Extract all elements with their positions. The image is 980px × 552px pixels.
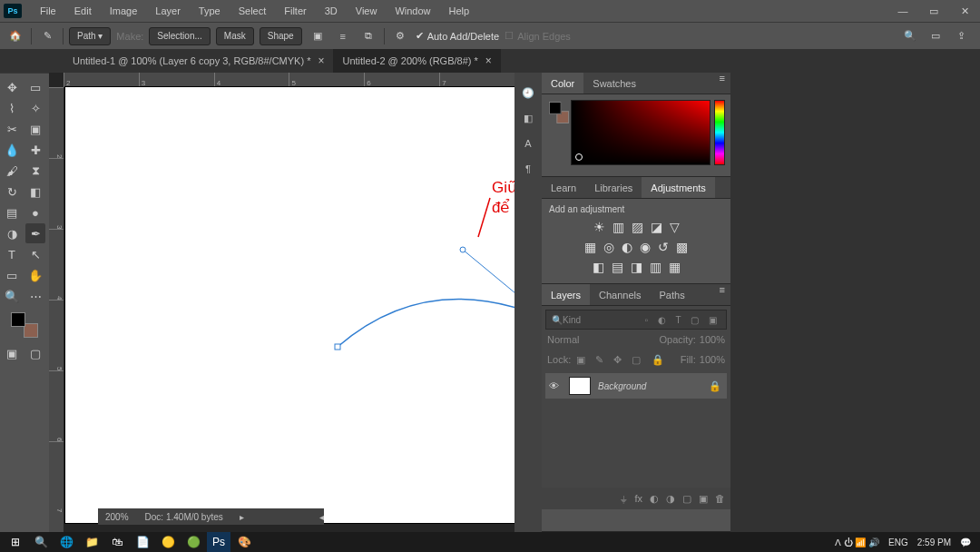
swatches-tab[interactable]: Swatches <box>583 73 645 94</box>
layers-tab[interactable]: Layers <box>542 284 590 305</box>
group-icon[interactable]: ▢ <box>682 493 691 505</box>
color-tab[interactable]: Color <box>542 73 583 94</box>
paragraph-panel-icon[interactable]: ¶ <box>514 156 542 182</box>
color-lookup-icon[interactable]: ▩ <box>676 240 688 254</box>
exposure-icon[interactable]: ◪ <box>651 220 662 234</box>
zoom-tool[interactable]: 🔍 <box>2 286 22 306</box>
stamp-tool[interactable]: ⧗ <box>25 161 45 181</box>
fill-adjust-icon[interactable]: ◑ <box>666 493 675 505</box>
color-ramp[interactable] <box>571 100 710 165</box>
app3-icon[interactable]: 🎨 <box>232 532 256 552</box>
menu-view[interactable]: View <box>347 0 387 22</box>
doc-info[interactable]: Doc: 1.40M/0 bytes <box>145 512 223 522</box>
gradient-map-icon[interactable]: ▥ <box>650 260 662 274</box>
dodge-tool[interactable]: ◑ <box>2 223 22 243</box>
hand-tool[interactable]: ✋ <box>25 265 45 285</box>
document-tab-1[interactable]: Untitled-1 @ 100% (Layer 6 copy 3, RGB/8… <box>64 49 333 73</box>
menu-select[interactable]: Select <box>230 0 276 22</box>
panel-menu-icon[interactable]: ≡ <box>714 284 730 305</box>
healing-tool[interactable]: ✚ <box>25 140 45 160</box>
tray-icons[interactable]: ᐱ ⏻ 📶 🔊 <box>835 537 879 547</box>
character-panel-icon[interactable]: A <box>514 131 542 156</box>
close-icon[interactable]: × <box>485 54 492 67</box>
path-ops-icon[interactable]: ▣ <box>308 26 328 46</box>
levels-icon[interactable]: ▥ <box>612 220 624 234</box>
layer-row[interactable]: 👁 Background 🔒 <box>545 373 727 399</box>
quick-mask-toggle[interactable]: ▣ <box>2 343 22 363</box>
zoom-value[interactable]: 200% <box>105 512 129 522</box>
chrome-icon[interactable]: 🟡 <box>156 532 180 552</box>
curves-icon[interactable]: ▨ <box>632 220 643 234</box>
photoshop-taskbar-icon[interactable]: Ps <box>207 532 230 552</box>
hue-icon[interactable]: ▦ <box>584 240 596 254</box>
menu-type[interactable]: Type <box>190 0 230 22</box>
crop-tool[interactable]: ✂ <box>2 119 22 139</box>
color-balance-icon[interactable]: ◎ <box>603 240 614 254</box>
gradient-tool[interactable]: ▤ <box>2 202 22 222</box>
properties-panel-icon[interactable]: ◧ <box>514 105 542 131</box>
visibility-icon[interactable]: 👁 <box>545 380 562 391</box>
store-icon[interactable]: 🛍 <box>105 532 129 552</box>
mask-icon[interactable]: ◐ <box>650 493 659 505</box>
selective-color-icon[interactable]: ▦ <box>669 260 681 274</box>
libraries-tab[interactable]: Libraries <box>585 177 642 198</box>
lock-icons[interactable]: ▣ ✎ ✥ ▢ 🔒 <box>576 354 667 366</box>
path-align-icon[interactable]: ≡ <box>333 26 353 46</box>
filter-kind-dropdown[interactable]: 🔍 Kind ▫ ◐ T ▢ ▣ <box>545 310 727 330</box>
fx-icon[interactable]: fx <box>634 493 642 504</box>
move-tool[interactable]: ✥ <box>2 77 22 97</box>
menu-window[interactable]: Window <box>386 0 439 22</box>
ruler-horizontal[interactable]: 234567 <box>64 73 514 87</box>
menu-3d[interactable]: 3D <box>316 0 347 22</box>
paths-tab[interactable]: Paths <box>651 284 694 305</box>
home-icon[interactable]: 🏠 <box>5 26 25 46</box>
close-icon[interactable]: × <box>318 54 324 67</box>
new-layer-icon[interactable]: ▣ <box>699 493 708 505</box>
brush-tool[interactable]: 🖌 <box>2 161 22 181</box>
magic-wand-tool[interactable]: ✧ <box>25 98 45 118</box>
color-fgbg[interactable] <box>549 102 569 123</box>
threshold-icon[interactable]: ◨ <box>631 260 642 274</box>
make-mask-button[interactable]: Mask <box>216 27 254 45</box>
panel-menu-icon[interactable]: ≡ <box>714 73 730 94</box>
blend-mode-dropdown[interactable]: Normal <box>547 334 579 345</box>
eyedropper-tool[interactable]: 💧 <box>2 140 22 160</box>
fill-value[interactable]: 100% <box>700 354 725 365</box>
edge-icon[interactable]: 🌐 <box>54 532 78 552</box>
brightness-icon[interactable]: ☀ <box>593 220 605 234</box>
channel-mixer-icon[interactable]: ↺ <box>658 240 669 254</box>
make-selection-button[interactable]: Selection... <box>149 27 210 45</box>
invert-icon[interactable]: ◧ <box>593 260 604 274</box>
gear-icon[interactable]: ⚙ <box>390 26 410 46</box>
minimize-button[interactable]: — <box>887 0 918 22</box>
history-panel-icon[interactable]: 🕘 <box>514 80 542 105</box>
document-tab-2[interactable]: Untitled-2 @ 200% (RGB/8#) * × <box>333 49 500 73</box>
language-indicator[interactable]: ENG <box>888 537 908 547</box>
menu-edit[interactable]: Edit <box>65 0 101 22</box>
path-arrange-icon[interactable]: ⧉ <box>358 26 378 46</box>
clock[interactable]: 2:59 PM <box>917 537 951 547</box>
make-shape-button[interactable]: Shape <box>260 27 302 45</box>
menu-help[interactable]: Help <box>440 0 479 22</box>
bw-icon[interactable]: ◐ <box>622 240 632 254</box>
canvas[interactable]: Giữ Alt và nhấn điểm này để điều chỉnh đ… <box>65 87 514 523</box>
edit-toolbar[interactable]: ⋯ <box>25 286 45 306</box>
menu-filter[interactable]: Filter <box>275 0 315 22</box>
maximize-button[interactable]: ▭ <box>918 0 949 22</box>
photo-filter-icon[interactable]: ◉ <box>640 240 651 254</box>
posterize-icon[interactable]: ▤ <box>612 260 623 274</box>
close-button[interactable]: ✕ <box>949 0 980 22</box>
opacity-value[interactable]: 100% <box>700 334 725 345</box>
foreground-background-colors[interactable] <box>11 312 38 338</box>
channels-tab[interactable]: Channels <box>590 284 650 305</box>
learn-tab[interactable]: Learn <box>542 177 585 198</box>
link-icon[interactable]: ⏚ <box>621 493 627 504</box>
path-mode-dropdown[interactable]: Path ▾ <box>69 27 111 45</box>
menu-layer[interactable]: Layer <box>146 0 190 22</box>
blur-tool[interactable]: ● <box>25 202 45 222</box>
auto-add-delete-checkbox[interactable]: ✔ Auto Add/Delete <box>416 30 500 42</box>
tool-preset-icon[interactable]: ✎ <box>37 26 57 46</box>
share-icon[interactable]: ⇪ <box>953 28 969 44</box>
app-icon[interactable]: 📄 <box>131 532 154 552</box>
marquee-tool[interactable]: ▭ <box>25 77 45 97</box>
